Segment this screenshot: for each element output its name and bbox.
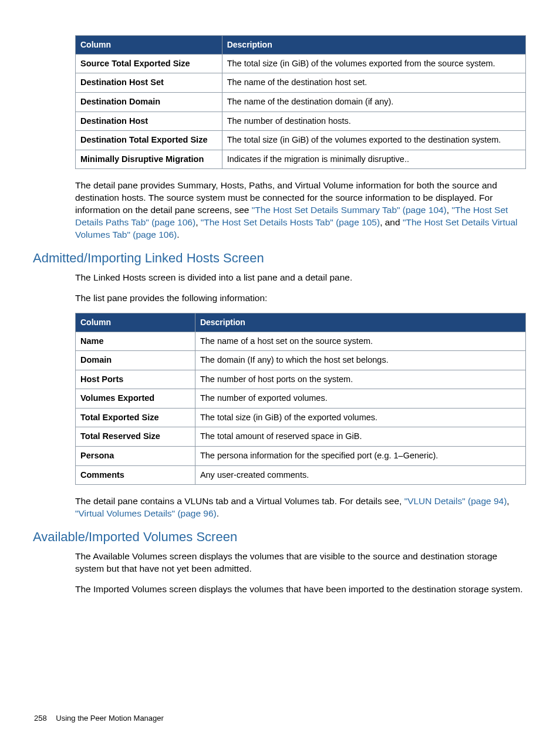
table-row: Volumes ExportedThe number of exported v… xyxy=(76,389,526,409)
table-row: Destination HostThe number of destinatio… xyxy=(76,112,526,131)
imported-volumes-paragraph: The Imported Volumes screen displays the… xyxy=(75,583,526,596)
description-cell: Any user-created comments. xyxy=(195,465,525,485)
column-name-cell: Comments xyxy=(76,465,195,485)
text: , xyxy=(195,217,201,227)
text: . xyxy=(217,508,219,518)
available-volumes-paragraph: The Available Volumes screen displays th… xyxy=(75,551,526,575)
heading-admitted-importing: Admitted/Importing Linked Hosts Screen xyxy=(33,251,526,266)
description-cell: The total size (in GiB) of the volumes e… xyxy=(222,54,525,73)
column-name-cell: Source Total Exported Size xyxy=(76,54,222,73)
table-host-set-columns: Column Description Source Total Exported… xyxy=(75,35,526,169)
table-row: Minimally Disruptive MigrationIndicates … xyxy=(76,150,526,169)
link-vlun-details[interactable]: "VLUN Details" (page 94) xyxy=(404,496,507,506)
description-cell: The number of destination hosts. xyxy=(222,112,525,131)
heading-available-imported: Available/Imported Volumes Screen xyxy=(33,529,526,545)
description-cell: The number of host ports on the system. xyxy=(195,370,525,389)
column-name-cell: Destination Host Set xyxy=(76,73,222,93)
description-cell: The name of the destination host set. xyxy=(222,73,525,93)
table-row: DomainThe domain (If any) to which the h… xyxy=(76,351,526,370)
link-summary-tab[interactable]: "The Host Set Details Summary Tab" (page… xyxy=(252,205,447,215)
column-name-cell: Domain xyxy=(76,351,195,370)
description-cell: The domain (If any) to which the host se… xyxy=(195,351,525,370)
description-cell: The total size (in GiB) of the exported … xyxy=(195,408,525,427)
detail-pane-tabs-paragraph: The detail pane contains a VLUNs tab and… xyxy=(75,495,526,520)
description-cell: The number of exported volumes. xyxy=(195,389,525,409)
column-name-cell: Destination Host xyxy=(76,112,222,131)
table-row: Host PortsThe number of host ports on th… xyxy=(76,370,526,389)
link-virtual-volumes-details[interactable]: "Virtual Volumes Details" (page 96) xyxy=(75,508,217,518)
list-pane-intro: The list pane provides the following inf… xyxy=(75,292,526,305)
linked-hosts-intro: The Linked Hosts screen is divided into … xyxy=(75,272,526,284)
description-cell: The total amount of reserved space in Gi… xyxy=(195,427,525,447)
table-row: Destination Host SetThe name of the dest… xyxy=(76,73,526,93)
column-name-cell: Name xyxy=(76,332,195,351)
text: . xyxy=(177,229,179,239)
description-cell: The total size (in GiB) of the volumes e… xyxy=(222,131,525,150)
text: The detail pane contains a VLUNs tab and… xyxy=(75,496,404,506)
description-cell: The name of the destination domain (if a… xyxy=(222,93,525,112)
table2-head-col: Column xyxy=(76,313,195,332)
table2-body: NameThe name of a host set on the source… xyxy=(76,332,526,485)
column-name-cell: Persona xyxy=(76,446,195,465)
page-number: 258 xyxy=(34,714,47,723)
table-row: Total Exported SizeThe total size (in Gi… xyxy=(76,408,526,427)
text: , xyxy=(507,496,509,506)
detail-pane-paragraph: The detail pane provides Summary, Hosts,… xyxy=(75,180,526,241)
text: , and xyxy=(380,217,403,227)
page-footer: 258 Using the Peer Motion Manager xyxy=(34,714,164,723)
footer-section-title: Using the Peer Motion Manager xyxy=(56,714,164,723)
column-name-cell: Total Reserved Size xyxy=(76,427,195,447)
description-cell: Indicates if the migration is minimally … xyxy=(222,150,525,169)
link-hosts-tab[interactable]: "The Host Set Details Hosts Tab" (page 1… xyxy=(201,217,380,227)
description-cell: The persona information for the specifie… xyxy=(195,446,525,465)
column-name-cell: Host Ports xyxy=(76,370,195,389)
column-name-cell: Volumes Exported xyxy=(76,389,195,409)
table-row: Source Total Exported SizeThe total size… xyxy=(76,54,526,73)
table1-head-col: Column xyxy=(76,36,222,55)
column-name-cell: Destination Total Exported Size xyxy=(76,131,222,150)
table-linked-hosts-columns: Column Description NameThe name of a hos… xyxy=(75,313,526,485)
column-name-cell: Minimally Disruptive Migration xyxy=(76,150,222,169)
table-row: Destination Total Exported SizeThe total… xyxy=(76,131,526,150)
column-name-cell: Destination Domain xyxy=(76,93,222,112)
table-row: CommentsAny user-created comments. xyxy=(76,465,526,485)
table1-head-desc: Description xyxy=(222,36,525,55)
table-row: Destination DomainThe name of the destin… xyxy=(76,93,526,112)
table-row: Total Reserved SizeThe total amount of r… xyxy=(76,427,526,447)
table-row: NameThe name of a host set on the source… xyxy=(76,332,526,351)
table1-body: Source Total Exported SizeThe total size… xyxy=(76,54,526,168)
description-cell: The name of a host set on the source sys… xyxy=(195,332,525,351)
table-row: PersonaThe persona information for the s… xyxy=(76,446,526,465)
column-name-cell: Total Exported Size xyxy=(76,408,195,427)
table2-head-desc: Description xyxy=(195,313,525,332)
